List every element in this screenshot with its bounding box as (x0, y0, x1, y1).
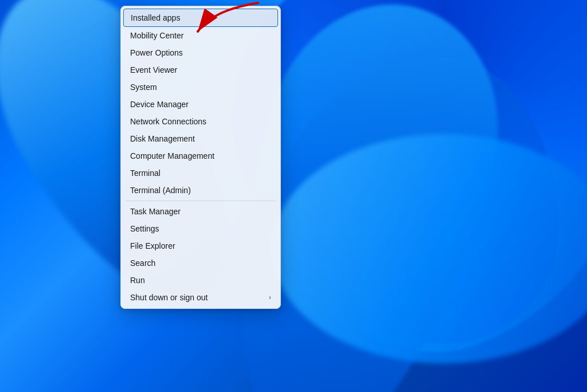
menu-item-system[interactable]: System (121, 79, 280, 96)
menu-item-run[interactable]: Run (121, 272, 280, 289)
menu-item-label-computer-management: Computer Management (130, 151, 214, 160)
menu-separator (126, 201, 276, 201)
context-menu: Installed appsMobility CenterPower Optio… (120, 6, 281, 309)
menu-item-label-file-explorer: File Explorer (130, 241, 175, 250)
menu-item-label-power-options: Power Options (130, 48, 183, 57)
menu-item-power-options[interactable]: Power Options (121, 44, 280, 61)
menu-item-file-explorer[interactable]: File Explorer (121, 237, 280, 254)
menu-items-list: Installed appsMobility CenterPower Optio… (121, 9, 280, 306)
menu-item-installed-apps[interactable]: Installed apps (123, 9, 278, 27)
menu-item-label-network-connections: Network Connections (130, 117, 206, 126)
menu-item-label-event-viewer: Event Viewer (130, 65, 177, 75)
menu-item-event-viewer[interactable]: Event Viewer (121, 61, 280, 79)
menu-item-settings[interactable]: Settings (121, 220, 280, 237)
menu-item-label-terminal: Terminal (130, 168, 161, 178)
menu-item-label-system: System (130, 83, 157, 92)
menu-item-terminal-admin[interactable]: Terminal (Admin) (121, 182, 280, 199)
menu-item-label-search: Search (130, 258, 155, 268)
menu-item-disk-management[interactable]: Disk Management (121, 130, 280, 147)
menu-item-label-settings: Settings (130, 224, 159, 233)
menu-item-label-run: Run (130, 276, 145, 285)
menu-item-label-installed-apps: Installed apps (131, 13, 180, 22)
menu-item-device-manager[interactable]: Device Manager (121, 96, 280, 113)
desktop-background (0, 0, 587, 392)
menu-item-search[interactable]: Search (121, 254, 280, 272)
menu-item-label-shut-down-sign-out: Shut down or sign out (130, 293, 208, 302)
menu-item-mobility-center[interactable]: Mobility Center (121, 27, 280, 44)
menu-item-task-manager[interactable]: Task Manager (121, 203, 280, 220)
menu-item-label-device-manager: Device Manager (130, 100, 189, 109)
submenu-chevron-icon: › (269, 293, 271, 301)
menu-item-computer-management[interactable]: Computer Management (121, 147, 280, 164)
menu-item-label-mobility-center: Mobility Center (130, 31, 183, 40)
menu-item-terminal[interactable]: Terminal (121, 164, 280, 182)
menu-item-label-disk-management: Disk Management (130, 134, 195, 143)
menu-item-shut-down-sign-out[interactable]: Shut down or sign out› (121, 289, 280, 306)
menu-item-label-terminal-admin: Terminal (Admin) (130, 186, 191, 195)
menu-item-label-task-manager: Task Manager (130, 207, 181, 216)
menu-item-network-connections[interactable]: Network Connections (121, 113, 280, 130)
